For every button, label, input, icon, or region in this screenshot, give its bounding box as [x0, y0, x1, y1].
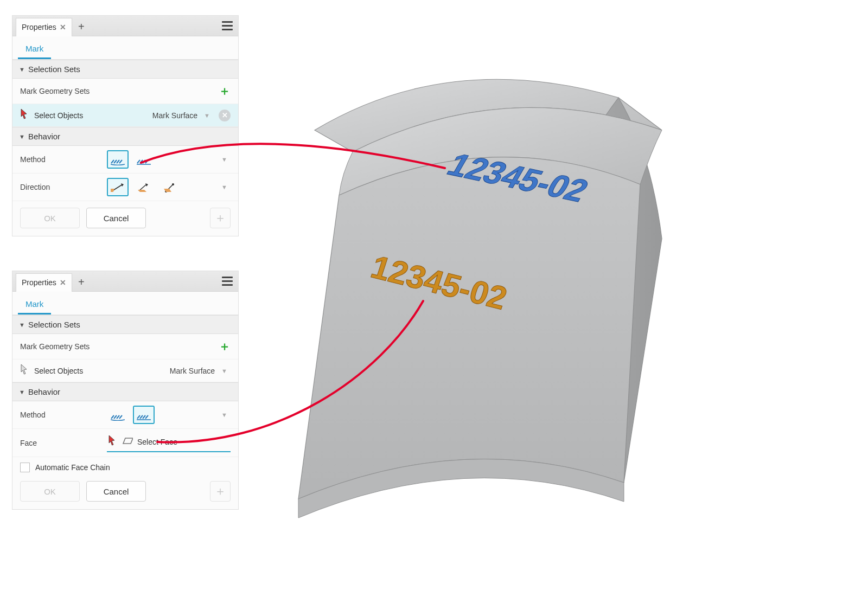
dialog-button-row: OK Cancel ＋ [12, 201, 238, 236]
method-label: Method [20, 410, 101, 419]
chevron-down-icon[interactable]: ▼ [218, 184, 231, 190]
cursor-icon [108, 435, 117, 448]
auto-face-chain-checkbox[interactable] [20, 463, 30, 472]
chevron-down-icon: ▼ [201, 112, 213, 119]
mark-geometry-sets-label: Mark Geometry Sets [20, 342, 101, 351]
section-title: Behavior [28, 132, 60, 141]
panel-tabbar: Properties ✕ + [12, 16, 238, 36]
section-selection-sets[interactable]: ▼ Selection Sets [12, 60, 238, 79]
mark-geometry-sets-row: Mark Geometry Sets ＋ [12, 79, 238, 104]
cursor-icon [20, 109, 29, 121]
direction-toggle-group [107, 178, 181, 196]
direction-custom-icon[interactable] [159, 178, 181, 196]
wrap-on-surface-icon[interactable] [107, 150, 129, 169]
wrap-on-surface-icon[interactable] [107, 406, 129, 424]
select-objects-row[interactable]: Select Objects Mark Surface ▼ ✕ [12, 104, 238, 127]
section-title: Behavior [28, 387, 60, 396]
add-instance-button[interactable]: ＋ [210, 208, 231, 228]
method-row: Method ▼ [12, 401, 238, 429]
tab-properties-label: Properties [22, 278, 56, 287]
breadcrumb-bar: Mark [12, 36, 238, 60]
auto-face-chain-row[interactable]: Automatic Face Chain [12, 457, 238, 474]
svg-point-2 [172, 183, 174, 185]
tab-properties-label: Properties [22, 23, 56, 31]
face-icon [121, 437, 133, 446]
dropdown-value: Mark Surface [152, 111, 197, 120]
method-toggle-group [107, 150, 155, 169]
mark-geometry-sets-label: Mark Geometry Sets [20, 87, 101, 95]
breadcrumb[interactable]: Mark [18, 39, 51, 59]
method-row: Method ▼ [12, 146, 238, 174]
chevron-down-icon: ▼ [19, 66, 25, 73]
mark-placement-dropdown[interactable]: Mark Surface ▼ [88, 367, 231, 375]
tab-properties[interactable]: Properties ✕ [16, 273, 72, 292]
breadcrumb-bar: Mark [12, 292, 238, 315]
select-face-placeholder: Select Face [137, 438, 177, 446]
project-to-face-icon[interactable] [133, 150, 155, 169]
cancel-button[interactable]: Cancel [86, 481, 146, 502]
add-set-button[interactable]: ＋ [219, 338, 231, 355]
project-to-face-icon[interactable] [133, 406, 155, 424]
ok-button[interactable]: OK [20, 208, 80, 228]
ok-button[interactable]: OK [20, 481, 80, 502]
chevron-down-icon: ▼ [19, 389, 25, 395]
section-title: Selection Sets [28, 65, 80, 74]
select-face-input[interactable]: Select Face [107, 433, 231, 452]
close-icon[interactable]: ✕ [60, 23, 66, 31]
section-behavior[interactable]: ▼ Behavior [12, 127, 238, 146]
dropdown-value: Mark Surface [170, 367, 215, 375]
add-instance-button[interactable]: ＋ [210, 481, 231, 502]
close-icon[interactable]: ✕ [60, 278, 66, 287]
section-selection-sets[interactable]: ▼ Selection Sets [12, 315, 238, 334]
direction-row: Direction ▼ [12, 174, 238, 201]
cursor-icon [20, 364, 29, 377]
add-tab-button[interactable]: + [72, 273, 91, 292]
properties-panel-1: Properties ✕ + Mark ▼ Selection Sets Mar… [12, 15, 239, 236]
chevron-down-icon: ▼ [19, 322, 25, 328]
direction-along-icon[interactable] [133, 178, 155, 196]
panel-tabbar: Properties ✕ + [12, 271, 238, 292]
add-tab-button[interactable]: + [72, 18, 91, 36]
select-objects-row[interactable]: Select Objects Mark Surface ▼ [12, 360, 238, 382]
face-label: Face [20, 439, 101, 447]
tab-properties[interactable]: Properties ✕ [16, 18, 72, 36]
section-title: Selection Sets [28, 320, 80, 329]
breadcrumb[interactable]: Mark [18, 294, 51, 315]
mark-placement-dropdown[interactable]: Mark Surface ▼ [88, 111, 213, 120]
cancel-button[interactable]: Cancel [86, 208, 146, 228]
chevron-down-icon: ▼ [218, 368, 231, 374]
face-row: Face Select Face [12, 429, 238, 457]
section-behavior[interactable]: ▼ Behavior [12, 382, 238, 401]
model-viewport: 12345-02 12345-02 [260, 11, 727, 521]
direction-label: Direction [20, 183, 101, 191]
chevron-down-icon[interactable]: ▼ [218, 156, 231, 163]
properties-panel-2: Properties ✕ + Mark ▼ Selection Sets Mar… [12, 271, 239, 510]
clear-selection-button[interactable]: ✕ [219, 110, 231, 121]
dialog-button-row: OK Cancel ＋ [12, 474, 238, 509]
mark-geometry-sets-row: Mark Geometry Sets ＋ [12, 334, 238, 360]
menu-icon[interactable] [220, 274, 235, 288]
method-label: Method [20, 155, 101, 164]
add-set-button[interactable]: ＋ [219, 83, 231, 99]
chevron-down-icon: ▼ [19, 133, 25, 140]
chevron-down-icon[interactable]: ▼ [218, 412, 231, 418]
method-toggle-group [107, 406, 155, 424]
select-objects-label: Select Objects [34, 367, 83, 375]
select-objects-label: Select Objects [34, 111, 83, 120]
direction-normal-icon[interactable] [107, 178, 129, 196]
menu-icon[interactable] [220, 19, 235, 33]
auto-face-chain-label: Automatic Face Chain [35, 463, 110, 472]
